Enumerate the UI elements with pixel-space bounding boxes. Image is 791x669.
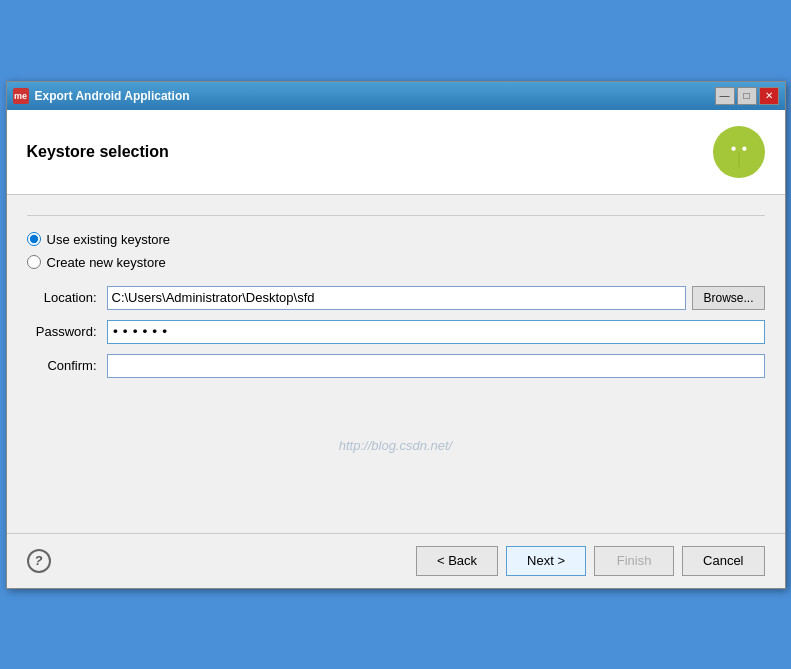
- cancel-button[interactable]: Cancel: [682, 546, 764, 576]
- app-icon: me: [13, 88, 29, 104]
- svg-point-5: [749, 130, 752, 133]
- main-window: me Export Android Application — □ ✕ Keys…: [6, 81, 786, 589]
- title-bar-left: me Export Android Application: [13, 88, 190, 104]
- separator: [27, 215, 765, 216]
- location-label: Location:: [27, 290, 107, 305]
- radio-group: Use existing keystore Create new keystor…: [27, 232, 765, 270]
- main-content: Use existing keystore Create new keystor…: [7, 195, 785, 533]
- back-button[interactable]: < Back: [416, 546, 498, 576]
- radio-use-existing-input[interactable]: [27, 232, 41, 246]
- page-title: Keystore selection: [27, 143, 169, 161]
- location-input[interactable]: [107, 286, 687, 310]
- android-logo: [713, 126, 765, 178]
- radio-use-existing-label: Use existing keystore: [47, 232, 171, 247]
- svg-point-6: [731, 146, 735, 150]
- button-bar: ? < Back Next > Finish Cancel: [7, 533, 785, 588]
- password-group: Password:: [27, 320, 765, 344]
- svg-rect-12: [742, 165, 749, 174]
- maximize-button[interactable]: □: [737, 87, 757, 105]
- password-label: Password:: [27, 324, 107, 339]
- svg-rect-11: [729, 165, 736, 174]
- svg-rect-9: [717, 152, 724, 165]
- close-button[interactable]: ✕: [759, 87, 779, 105]
- next-button[interactable]: Next >: [506, 546, 586, 576]
- radio-create-new[interactable]: Create new keystore: [27, 255, 765, 270]
- radio-create-new-label: Create new keystore: [47, 255, 166, 270]
- svg-point-3: [725, 130, 728, 133]
- svg-point-7: [742, 146, 746, 150]
- help-button[interactable]: ?: [27, 549, 51, 573]
- window-controls: — □ ✕: [715, 87, 779, 105]
- radio-create-new-input[interactable]: [27, 255, 41, 269]
- watermark: http://blog.csdn.net/: [27, 438, 765, 453]
- button-bar-right: < Back Next > Finish Cancel: [416, 546, 765, 576]
- window-title: Export Android Application: [35, 89, 190, 103]
- header-section: Keystore selection: [7, 110, 785, 195]
- browse-button[interactable]: Browse...: [692, 286, 764, 310]
- location-group: Location: Browse...: [27, 286, 765, 310]
- confirm-label: Confirm:: [27, 358, 107, 373]
- confirm-input[interactable]: [107, 354, 765, 378]
- svg-rect-10: [754, 152, 761, 165]
- radio-use-existing[interactable]: Use existing keystore: [27, 232, 765, 247]
- password-input[interactable]: [107, 320, 765, 344]
- confirm-group: Confirm:: [27, 354, 765, 378]
- finish-button[interactable]: Finish: [594, 546, 674, 576]
- minimize-button[interactable]: —: [715, 87, 735, 105]
- title-bar: me Export Android Application — □ ✕: [7, 82, 785, 110]
